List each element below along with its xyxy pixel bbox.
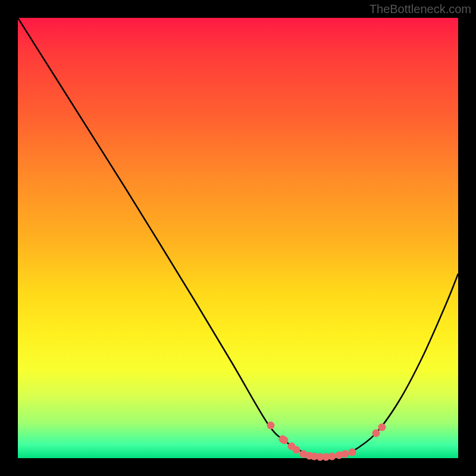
data-point: [281, 437, 289, 444]
data-point: [328, 453, 336, 461]
data-point: [267, 422, 275, 430]
data-point: [342, 450, 349, 458]
data-point: [378, 424, 386, 431]
chart-svg: [18, 18, 458, 458]
data-point: [372, 430, 380, 437]
chart-area: [18, 18, 458, 458]
watermark-text: TheBottleneck.com: [369, 2, 471, 16]
bottleneck-curve: [18, 18, 458, 457]
data-point: [293, 446, 300, 454]
data-point: [349, 449, 356, 456]
